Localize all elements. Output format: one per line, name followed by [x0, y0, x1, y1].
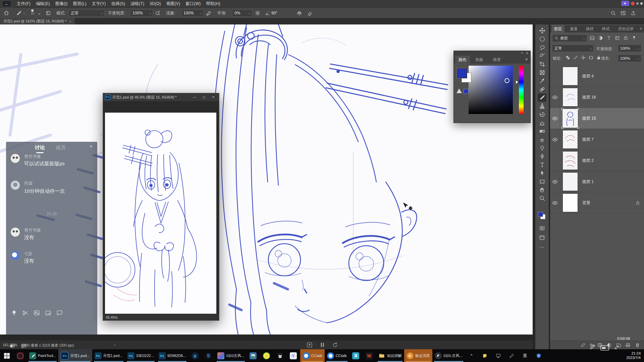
- eyedropper-tool[interactable]: [538, 77, 546, 85]
- color-field[interactable]: [469, 66, 513, 114]
- tray-pen[interactable]: [505, 349, 519, 362]
- blend-mode-select[interactable]: 正常⌄: [552, 45, 594, 52]
- tab-history[interactable]: 历史记录: [616, 25, 636, 33]
- blend-mode-select[interactable]: 正常⌄: [68, 8, 105, 18]
- brush-tool[interactable]: [538, 94, 546, 102]
- lock-pixels-icon[interactable]: [573, 55, 578, 60]
- quick-mask-button[interactable]: [538, 224, 546, 232]
- taskbar-ie[interactable]: e: [188, 349, 202, 362]
- taskbar-cctalk[interactable]: CCtalk: [325, 349, 349, 362]
- taskbar-zhishijiangjie[interactable]: 知识讲解: [376, 349, 404, 362]
- menu-file[interactable]: 文件(F): [14, 0, 33, 7]
- scissors-button[interactable]: [22, 310, 29, 316]
- pressure-opacity-toggle[interactable]: [155, 8, 161, 18]
- lock-position-icon[interactable]: [581, 55, 586, 60]
- replay-button[interactable]: [332, 342, 338, 348]
- taskbar-clock[interactable]: 21:24 2023/7/4: [624, 349, 644, 362]
- foreground-color-swatch[interactable]: [538, 212, 543, 217]
- taskbar-psd-file[interactable]: Ps 示范1.psd...: [92, 349, 125, 362]
- layer-row[interactable]: 图层 2: [550, 150, 644, 171]
- taskbar-docs[interactable]: [349, 349, 363, 362]
- ime-indicator[interactable]: 英: [519, 349, 532, 362]
- lasso-tool[interactable]: [538, 43, 546, 51]
- menu-3d[interactable]: 3D(D): [147, 0, 163, 7]
- layer-thumbnail[interactable]: [563, 67, 578, 85]
- panel-menu-icon[interactable]: ≡: [525, 57, 528, 62]
- danmaku-button[interactable]: [21, 343, 26, 349]
- layer-name[interactable]: 图层 1: [582, 179, 594, 185]
- layer-row[interactable]: 图层 1: [550, 171, 644, 192]
- menu-edit[interactable]: 编辑(E): [33, 0, 53, 7]
- type-tool[interactable]: [538, 161, 546, 169]
- share-button[interactable]: [631, 8, 636, 18]
- image-button[interactable]: [34, 310, 40, 316]
- layer-name[interactable]: 图层 2: [582, 158, 594, 164]
- shrink-window-button[interactable]: [614, 345, 620, 350]
- filter-pixel-icon[interactable]: [590, 36, 595, 41]
- layer-thumbnail[interactable]: [563, 88, 578, 106]
- tray-expand-button[interactable]: ^: [465, 349, 478, 362]
- layer-opacity-field[interactable]: 100%⌄: [618, 45, 641, 52]
- opacity-field[interactable]: 100%⌄: [130, 8, 153, 18]
- gradient-tool[interactable]: [538, 127, 546, 135]
- screen-mode-button[interactable]: [538, 234, 546, 242]
- symmetry-button[interactable]: [297, 8, 302, 18]
- delete-layer-icon[interactable]: [635, 343, 640, 348]
- taskbar-verify-message[interactable]: 验证消息: [404, 349, 432, 362]
- floating-zoom-level[interactable]: 45.45%: [106, 315, 118, 319]
- close-button[interactable]: ×: [210, 95, 217, 100]
- taskbar-music[interactable]: ♪: [260, 349, 273, 362]
- menu-filter[interactable]: 滤镜(T): [128, 0, 147, 7]
- floating-document-window[interactable]: Ps 示范1.psd @ 45.5% (图层 15, RGB/8) * – □ …: [103, 93, 219, 321]
- taskbar-remote-app[interactable]: [287, 349, 300, 362]
- filter-switch-icon[interactable]: [632, 36, 637, 41]
- tab-color[interactable]: 颜色: [455, 56, 470, 64]
- layer-row[interactable]: 图层 4: [550, 66, 644, 87]
- tab-gradients[interactable]: 渐变: [490, 56, 503, 64]
- annotate-pencil-button[interactable]: [590, 344, 596, 350]
- tab-styles[interactable]: 样式: [600, 25, 612, 33]
- filter-shape-icon[interactable]: [615, 36, 620, 41]
- tab-members[interactable]: 成员: [56, 144, 66, 151]
- lock-all-icon[interactable]: [596, 55, 601, 60]
- menu-type[interactable]: 文字(Y): [89, 0, 109, 7]
- menu-window[interactable]: 窗口(W): [183, 0, 203, 7]
- layer-visibility-toggle[interactable]: [550, 87, 560, 108]
- zoom-tool[interactable]: [538, 194, 546, 202]
- mute-button[interactable]: [9, 343, 15, 349]
- layer-name[interactable]: 图层 15: [582, 116, 596, 121]
- layer-fill-field[interactable]: 100%⌄: [618, 55, 641, 62]
- taskbar-psd-file[interactable]: Ps 9D982D6...: [156, 349, 189, 362]
- tab-channels[interactable]: 通道: [568, 25, 580, 33]
- hue-slider[interactable]: [519, 66, 524, 114]
- taskbar-wenwen-gufeng[interactable]: 问问古风...: [215, 349, 246, 362]
- taskbar-qq[interactable]: [273, 349, 287, 362]
- frame-tool[interactable]: [538, 68, 546, 76]
- avatar[interactable]: [11, 181, 20, 190]
- layer-thumbnail[interactable]: [563, 130, 578, 148]
- brush-preset-picker[interactable]: 15: [31, 6, 34, 17]
- taskbar-photoshop[interactable]: Ps 示范1.psd...: [58, 349, 92, 362]
- collapse-icon[interactable]: «: [521, 51, 523, 55]
- upload-control-button[interactable]: [307, 342, 313, 348]
- floating-window-titlebar[interactable]: Ps 示范1.psd @ 45.5% (图层 15, RGB/8) * – □ …: [103, 93, 219, 101]
- filter-smart-object-icon[interactable]: [623, 36, 628, 41]
- workspace-button[interactable]: [621, 8, 626, 18]
- taskbar-wps[interactable]: W: [363, 349, 376, 362]
- home-button[interactable]: [3, 8, 9, 18]
- gamut-color-chip[interactable]: [464, 89, 468, 94]
- layer-row-background[interactable]: 背景: [550, 192, 644, 214]
- filter-adjustment-icon[interactable]: [598, 36, 603, 41]
- smudge-tool[interactable]: [538, 135, 546, 143]
- brush-options-button[interactable]: [307, 8, 313, 18]
- path-select-tool[interactable]: [538, 169, 546, 177]
- layer-name[interactable]: 背景: [582, 200, 590, 206]
- brush-settings-toggle[interactable]: [46, 8, 51, 18]
- healing-brush-tool[interactable]: [538, 85, 546, 93]
- tab-swatches[interactable]: 色板: [473, 56, 486, 64]
- close-icon[interactable]: ×: [69, 19, 71, 23]
- smoothing-field[interactable]: 0%⌄: [232, 8, 252, 18]
- layer-visibility-toggle[interactable]: [550, 108, 560, 129]
- layer-name[interactable]: 图层 7: [582, 137, 594, 142]
- lock-artboard-icon[interactable]: [589, 55, 593, 60]
